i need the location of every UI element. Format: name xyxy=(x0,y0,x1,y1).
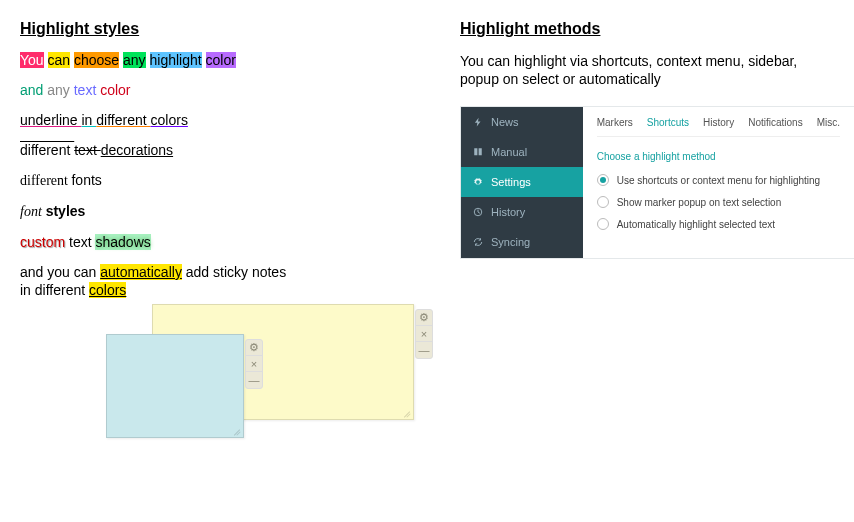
panel-sidebar: NewsManualSettingsHistorySyncing xyxy=(461,107,583,258)
note-settings-button[interactable]: ⚙ xyxy=(416,310,432,326)
styles-heading: Highlight styles xyxy=(20,20,420,38)
note-settings-button[interactable]: ⚙ xyxy=(246,340,262,356)
example-decorations: different text decorations xyxy=(20,142,420,158)
example-highlight-colors: You can choose any highlight color xyxy=(20,52,420,68)
panel-tabs: MarkersShortcutsHistoryNotificationsMisc… xyxy=(597,117,840,137)
note-minimize-button[interactable]: — xyxy=(246,372,262,388)
sticky-notes-area: ⚙ × — ⚙ × — xyxy=(20,304,420,474)
note-resize-handle[interactable] xyxy=(403,409,411,417)
radio-label: Use shortcuts or context menu for highli… xyxy=(617,175,820,186)
example-sticky-a: and you can automatically add sticky not… xyxy=(20,264,420,280)
radio-option[interactable]: Use shortcuts or context menu for highli… xyxy=(597,174,840,186)
section-title: Choose a highlight method xyxy=(597,151,840,162)
radio-button[interactable] xyxy=(597,196,609,208)
sidebar-item-manual[interactable]: Manual xyxy=(461,137,583,167)
example-text-shadows: custom text shadows xyxy=(20,234,420,250)
example-fonts: different fonts xyxy=(20,172,420,189)
note-close-button[interactable]: × xyxy=(416,326,432,342)
radio-option[interactable]: Show marker popup on text selection xyxy=(597,196,840,208)
note-controls: ⚙ × — xyxy=(415,309,433,359)
settings-panel: NewsManualSettingsHistorySyncing Markers… xyxy=(460,106,854,259)
example-text-colors: and any text color xyxy=(20,82,420,98)
note-minimize-button[interactable]: — xyxy=(416,342,432,358)
sidebar-item-history[interactable]: History xyxy=(461,197,583,227)
sidebar-item-label: History xyxy=(491,206,525,218)
gear-icon xyxy=(473,177,483,187)
highlight-method-options: Use shortcuts or context menu for highli… xyxy=(597,174,840,230)
book-icon xyxy=(473,147,483,157)
radio-label: Automatically highlight selected text xyxy=(617,219,775,230)
clock-icon xyxy=(473,207,483,217)
radio-label: Show marker popup on text selection xyxy=(617,197,782,208)
tab-markers[interactable]: Markers xyxy=(597,117,633,128)
radio-option[interactable]: Automatically highlight selected text xyxy=(597,218,840,230)
note-close-button[interactable]: × xyxy=(246,356,262,372)
tab-misc[interactable]: Misc. xyxy=(817,117,840,128)
sync-icon xyxy=(473,237,483,247)
bolt-icon xyxy=(473,117,483,127)
sidebar-item-label: Syncing xyxy=(491,236,530,248)
sidebar-item-settings[interactable]: Settings xyxy=(461,167,583,197)
example-sticky-b: in different colors xyxy=(20,282,420,298)
example-underline-colors: underline in different colors xyxy=(20,112,420,128)
radio-button[interactable] xyxy=(597,174,609,186)
methods-heading: Highlight methods xyxy=(460,20,840,38)
sticky-note-blue[interactable]: ⚙ × — xyxy=(106,334,244,438)
radio-button[interactable] xyxy=(597,218,609,230)
example-font-styles: font styles xyxy=(20,203,420,220)
panel-content: MarkersShortcutsHistoryNotificationsMisc… xyxy=(583,107,854,258)
tab-history[interactable]: History xyxy=(703,117,734,128)
sidebar-item-label: Manual xyxy=(491,146,527,158)
sidebar-item-label: News xyxy=(491,116,519,128)
note-resize-handle[interactable] xyxy=(233,427,241,435)
sidebar-item-syncing[interactable]: Syncing xyxy=(461,227,583,257)
methods-description: You can highlight via shortcuts, context… xyxy=(460,52,840,88)
sidebar-item-news[interactable]: News xyxy=(461,107,583,137)
tab-notifications[interactable]: Notifications xyxy=(748,117,802,128)
note-controls: ⚙ × — xyxy=(245,339,263,389)
tab-shortcuts[interactable]: Shortcuts xyxy=(647,117,689,128)
sidebar-item-label: Settings xyxy=(491,176,531,188)
